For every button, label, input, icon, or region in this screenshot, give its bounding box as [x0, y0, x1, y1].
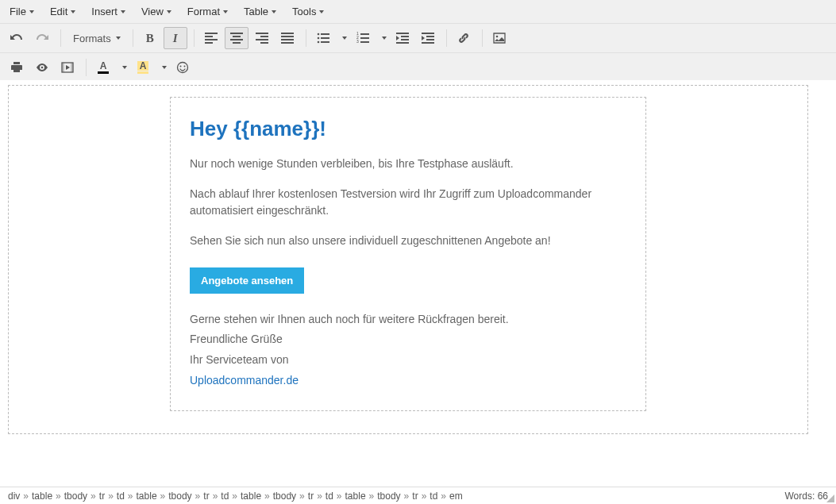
svg-point-12: [180, 66, 182, 67]
menu-format-label: Format: [187, 6, 220, 17]
path-separator: »: [337, 491, 342, 502]
formats-dropdown[interactable]: Formats: [66, 29, 128, 48]
path-segment[interactable]: table: [32, 491, 52, 502]
menu-table-label: Table: [244, 6, 268, 17]
menu-table[interactable]: Table: [239, 2, 281, 21]
email-content-cell[interactable]: Hey {{name}}! Nur noch wenige Stunden ve…: [172, 99, 644, 409]
email-paragraph[interactable]: Freundliche Grüße: [190, 331, 626, 348]
caret-icon: [167, 10, 171, 13]
outer-table[interactable]: Hey {{name}}! Nur noch wenige Stunden ve…: [8, 85, 808, 434]
numbered-list-button[interactable]: 123: [351, 27, 375, 49]
image-button[interactable]: [487, 27, 511, 49]
cta-button[interactable]: Angebote ansehen: [190, 267, 304, 294]
path-segment[interactable]: td: [117, 491, 125, 502]
text-color-more[interactable]: [117, 56, 129, 79]
path-segment[interactable]: tbody: [377, 491, 400, 502]
path-separator: »: [213, 491, 218, 502]
indent-button[interactable]: [416, 27, 440, 49]
email-paragraph[interactable]: Nur noch wenige Stunden verbleiben, bis …: [190, 156, 626, 173]
text-color-button[interactable]: A: [91, 56, 115, 79]
email-paragraph[interactable]: Sehen Sie sich nun also unsere individue…: [190, 233, 626, 250]
emoji-button[interactable]: [171, 56, 195, 79]
caret-icon: [29, 10, 34, 13]
path-segment[interactable]: td: [430, 491, 437, 502]
path-segment[interactable]: table: [241, 491, 261, 502]
path-segment[interactable]: table: [345, 491, 366, 502]
menu-format[interactable]: Format: [183, 2, 233, 21]
bold-icon: B: [146, 32, 154, 45]
preview-button[interactable]: [30, 56, 54, 79]
separator: [133, 29, 133, 47]
numbered-list-more[interactable]: [376, 27, 389, 49]
email-link[interactable]: Uploadcommander.de: [190, 374, 626, 387]
menu-tools-label: Tools: [292, 6, 316, 17]
path-segment[interactable]: tr: [99, 491, 105, 502]
menu-tools[interactable]: Tools: [287, 2, 329, 21]
path-segment[interactable]: tr: [203, 491, 209, 502]
link-button[interactable]: [452, 27, 476, 49]
path-segment[interactable]: tbody: [273, 491, 296, 502]
email-paragraph[interactable]: Ihr Serviceteam von: [190, 352, 626, 369]
path-separator: »: [299, 491, 305, 502]
numbered-list-icon: 123: [356, 32, 369, 44]
media-button[interactable]: [56, 56, 79, 79]
path-segment[interactable]: table: [137, 491, 157, 502]
outdent-button[interactable]: [391, 27, 414, 49]
print-icon: [10, 61, 23, 74]
print-button[interactable]: [5, 56, 29, 79]
bullet-list-button[interactable]: [311, 27, 335, 49]
resize-handle[interactable]: [826, 494, 834, 502]
editor-canvas[interactable]: Hey {{name}}! Nur noch wenige Stunden ve…: [0, 80, 836, 466]
undo-icon: [10, 32, 23, 44]
caret-icon: [382, 37, 387, 40]
element-path[interactable]: div»table»tbody»tr»td»table»tbody»tr»td»…: [8, 491, 463, 502]
menu-file[interactable]: File: [5, 2, 39, 21]
menu-edit-label: Edit: [50, 6, 67, 17]
path-separator: »: [128, 491, 133, 502]
word-count[interactable]: Words: 66: [785, 491, 829, 502]
toolbar-row-1: Formats B I 123: [0, 24, 836, 53]
menu-insert-label: Insert: [91, 6, 118, 17]
undo-button[interactable]: [5, 27, 29, 49]
menu-view-label: View: [141, 6, 164, 17]
editor-scroll[interactable]: Hey {{name}}! Nur noch wenige Stunden ve…: [0, 80, 836, 487]
bg-color-button[interactable]: A: [131, 56, 155, 79]
path-separator: »: [160, 491, 166, 502]
menu-edit[interactable]: Edit: [45, 2, 80, 21]
menu-view[interactable]: View: [137, 2, 176, 21]
caret-icon: [71, 10, 75, 13]
align-center-button[interactable]: [225, 27, 248, 49]
path-segment[interactable]: td: [221, 491, 229, 502]
align-justify-button[interactable]: [275, 27, 299, 49]
separator: [482, 29, 483, 47]
path-segment[interactable]: tbody: [64, 491, 87, 502]
bullet-list-more[interactable]: [337, 27, 349, 49]
caret-icon: [223, 10, 228, 13]
path-segment[interactable]: tbody: [168, 491, 191, 502]
menubar: File Edit Insert View Format Table Tools: [0, 0, 836, 24]
redo-button[interactable]: [30, 27, 54, 49]
align-left-button[interactable]: [199, 27, 223, 49]
path-separator: »: [369, 491, 375, 502]
separator: [306, 29, 306, 47]
path-segment[interactable]: em: [449, 491, 463, 502]
bold-button[interactable]: B: [138, 27, 162, 49]
path-segment[interactable]: div: [8, 491, 20, 502]
path-segment[interactable]: tr: [308, 491, 314, 502]
email-paragraph[interactable]: Nach ablauf Ihrer kostenlosen Testversio…: [190, 186, 626, 220]
align-left-icon: [205, 32, 218, 44]
menu-insert[interactable]: Insert: [87, 2, 130, 21]
path-segment[interactable]: td: [326, 491, 333, 502]
bg-color-more[interactable]: [156, 56, 169, 79]
email-heading[interactable]: Hey {{name}}!: [190, 117, 626, 141]
path-segment[interactable]: tr: [412, 491, 418, 502]
image-icon: [493, 32, 506, 44]
svg-point-13: [184, 66, 186, 67]
svg-point-1: [317, 37, 319, 40]
align-right-button[interactable]: [250, 27, 274, 49]
caret-icon: [162, 66, 167, 69]
email-paragraph[interactable]: Gerne stehen wir Ihnen auch noch für wei…: [190, 311, 626, 329]
inner-table[interactable]: Hey {{name}}! Nur noch wenige Stunden ve…: [170, 97, 646, 411]
path-separator: »: [91, 491, 96, 502]
italic-button[interactable]: I: [164, 27, 187, 49]
